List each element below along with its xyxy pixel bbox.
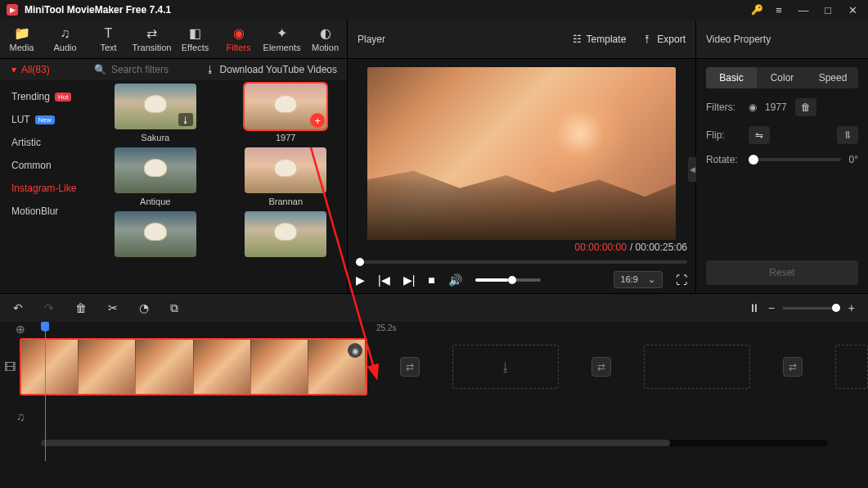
filters-icon: ◉ (233, 25, 245, 41)
hot-badge: Hot (55, 93, 71, 102)
search-input[interactable] (111, 64, 193, 75)
elements-icon: ✦ (277, 25, 287, 41)
close-button[interactable]: ✕ (843, 4, 861, 16)
timeline-clip[interactable]: ◉ (20, 338, 367, 395)
prop-tab-speed[interactable]: Speed (807, 67, 858, 88)
rotate-value: 0° (849, 154, 858, 165)
prop-tab-color[interactable]: Color (757, 67, 807, 88)
clip-filter-badge: ◉ (348, 343, 362, 358)
prop-tab-basic[interactable]: Basic (706, 67, 757, 88)
next-frame-button[interactable]: ▶| (403, 273, 416, 287)
playhead[interactable] (45, 322, 46, 461)
video-preview (367, 67, 676, 240)
player-title: Player (358, 34, 385, 45)
folder-icon: 📁 (14, 25, 30, 41)
tab-transition[interactable]: ⇄Transition (130, 20, 173, 59)
audio-track-icon[interactable]: ♫ (0, 410, 41, 423)
filter-all-dropdown[interactable]: ▾ All(83) (0, 64, 94, 75)
category-motionblur[interactable]: MotionBlur (0, 200, 94, 223)
zoom-slider[interactable] (783, 307, 840, 310)
transition-icon: ⇄ (146, 25, 157, 41)
filter-thumb-brannan[interactable] (245, 147, 326, 193)
app-logo: ▶ (7, 4, 18, 16)
undo-button[interactable]: ↶ (13, 301, 23, 314)
motion-icon: ◐ (320, 25, 331, 41)
minimize-button[interactable]: — (794, 4, 812, 16)
flip-vertical-button[interactable]: ⥮ (837, 126, 858, 144)
timeline-scrollbar[interactable] (41, 440, 827, 446)
filter-thumb[interactable] (245, 211, 326, 257)
media-drop-slot[interactable] (644, 345, 750, 389)
delete-button[interactable]: 🗑 (75, 301, 87, 314)
category-lut[interactable]: LUTNew (0, 108, 94, 131)
zoom-in-button[interactable]: + (848, 301, 855, 314)
ruler-mark: 25.2s (376, 323, 396, 332)
tab-audio[interactable]: ♫Audio (43, 20, 87, 59)
zoom-out-button[interactable]: − (768, 301, 775, 314)
export-button[interactable]: ⭱Export (642, 34, 686, 45)
volume-slider[interactable] (475, 278, 541, 282)
transition-slot[interactable]: ⇄ (591, 357, 611, 377)
tab-label: Media (10, 43, 34, 52)
filter-applied-name: 1977 (765, 102, 787, 113)
prev-frame-button[interactable]: |◀ (378, 273, 390, 287)
filter-thumb-antique[interactable] (115, 147, 196, 193)
speed-button[interactable]: ◔ (139, 301, 149, 314)
flip-label: Flip: (706, 129, 740, 141)
template-button[interactable]: ☷Template (573, 34, 627, 45)
download-youtube-button[interactable]: ⭳ Download YouTube Videos (205, 64, 347, 75)
aspect-ratio-select[interactable]: 16:9⌄ (614, 271, 663, 288)
split-button[interactable]: ✂ (108, 301, 118, 314)
chevron-down-icon: ⌄ (648, 274, 655, 285)
category-common[interactable]: Common (0, 154, 94, 177)
stop-button[interactable]: ■ (428, 273, 434, 287)
reset-button[interactable]: Reset (706, 260, 858, 285)
tab-effects[interactable]: ◧Effects (173, 20, 217, 59)
timeline-fit-button[interactable]: ⏸ (749, 301, 760, 314)
new-badge: New (35, 115, 55, 124)
tab-text[interactable]: TText (87, 20, 130, 59)
rotate-slider[interactable] (749, 158, 841, 161)
category-instagram-like[interactable]: Instagram-Like (0, 177, 94, 200)
tab-motion[interactable]: ◐Motion (304, 20, 347, 59)
app-title: MiniTool MovieMaker Free 7.4.1 (25, 4, 171, 16)
transition-slot[interactable]: ⇄ (400, 357, 420, 377)
filter-thumb[interactable] (115, 211, 196, 257)
crop-button[interactable]: ⧉ (170, 301, 178, 315)
chevron-down-icon: ▾ (11, 64, 16, 75)
filters-label: Filters: (706, 102, 740, 113)
play-button[interactable]: ▶ (356, 273, 365, 287)
key-icon[interactable]: 🔑 (751, 4, 763, 16)
flip-horizontal-button[interactable]: ⇋ (749, 126, 770, 144)
rotate-label: Rotate: (706, 154, 740, 165)
tab-label: Motion (312, 43, 339, 52)
tab-label: Text (100, 43, 116, 52)
tab-label: Elements (263, 43, 301, 52)
category-trending[interactable]: TrendingHot (0, 85, 94, 108)
filter-thumb-sakura[interactable]: ⭳ (115, 84, 196, 129)
download-icon[interactable]: ⭳ (178, 113, 193, 126)
search-icon: 🔍 (94, 64, 106, 75)
seek-slider[interactable] (356, 260, 687, 264)
add-icon[interactable]: + (310, 113, 325, 128)
tab-label: Filters (227, 43, 251, 52)
tab-filters[interactable]: ◉Filters (217, 20, 260, 59)
panel-expand-handle[interactable]: ◀ (688, 157, 696, 182)
video-track-icon[interactable]: 🎞 (0, 360, 20, 373)
filter-thumb-1977[interactable]: + (245, 84, 326, 129)
redo-button[interactable]: ↷ (44, 301, 54, 314)
tab-label: Audio (53, 43, 76, 52)
media-drop-slot[interactable]: ⭳ (452, 345, 559, 389)
delete-filter-button[interactable]: 🗑 (795, 98, 816, 116)
tab-elements[interactable]: ✦Elements (260, 20, 304, 59)
tab-media[interactable]: 📁Media (0, 20, 43, 59)
video-property-title: Video Property (706, 34, 771, 45)
media-drop-slot[interactable] (835, 345, 868, 389)
menu-icon[interactable]: ≡ (770, 4, 788, 16)
category-artistic[interactable]: Artistic (0, 131, 94, 154)
volume-icon[interactable]: 🔊 (448, 273, 462, 287)
fullscreen-button[interactable]: ⛶ (676, 273, 687, 287)
download-icon: ⭳ (205, 64, 215, 75)
transition-slot[interactable]: ⇄ (783, 357, 803, 377)
maximize-button[interactable]: □ (819, 4, 837, 16)
